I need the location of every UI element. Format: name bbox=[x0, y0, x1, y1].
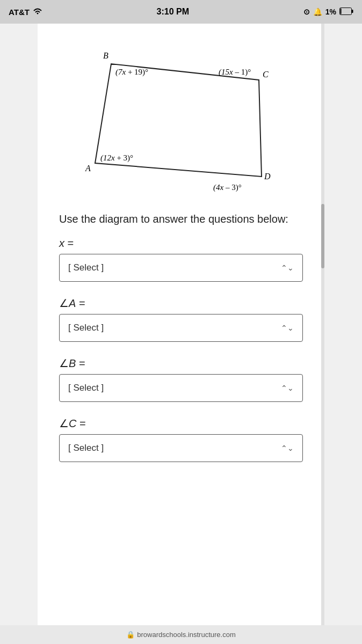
main-content: A B C D (7x + 19)° (15x – 1)° (12x + 3)°… bbox=[38, 24, 324, 625]
svg-rect-0 bbox=[340, 8, 352, 14]
angle-c-expr: (15x – 1)° bbox=[219, 68, 251, 77]
questions-section: Use the diagram to answer the questions … bbox=[54, 211, 308, 462]
status-left: AT&T bbox=[9, 8, 42, 17]
diagram-container: A B C D (7x + 19)° (15x – 1)° (12x + 3)°… bbox=[54, 34, 308, 201]
geometry-diagram: A B C D (7x + 19)° (15x – 1)° (12x + 3)°… bbox=[52, 34, 310, 201]
select-a-label: [ Select ] bbox=[68, 323, 104, 333]
scrollbar-track[interactable] bbox=[321, 24, 324, 625]
select-x-label: [ Select ] bbox=[68, 262, 104, 273]
scrollbar-thumb[interactable] bbox=[321, 204, 324, 268]
angle-d-expr: (4x – 3)° bbox=[213, 183, 242, 192]
battery-label: 1% bbox=[325, 8, 336, 16]
chevron-x-icon: ⌃⌄ bbox=[281, 264, 294, 272]
vertex-b-label: B bbox=[103, 51, 108, 60]
variable-c-label: ∠C = bbox=[59, 417, 303, 430]
chevron-a-icon: ⌃⌄ bbox=[281, 324, 294, 332]
chevron-b-icon: ⌃⌄ bbox=[281, 384, 294, 392]
angle-b-expr: (7x + 19)° bbox=[115, 68, 148, 77]
variable-x-label: x = bbox=[59, 237, 303, 250]
select-c-dropdown[interactable]: [ Select ] ⌃⌄ bbox=[59, 434, 303, 462]
question-block-angle-b: ∠B = [ Select ] ⌃⌄ bbox=[59, 357, 303, 402]
chevron-c-icon: ⌃⌄ bbox=[281, 444, 294, 452]
circle-icon: ⊙ bbox=[303, 8, 310, 16]
carrier-label: AT&T bbox=[9, 8, 30, 17]
question-block-angle-c: ∠C = [ Select ] ⌃⌄ bbox=[59, 417, 303, 462]
status-bar: AT&T 3:10 PM ⊙ 🔔 1% bbox=[0, 0, 362, 24]
notification-icon: 🔔 bbox=[313, 8, 322, 16]
vertex-d-label: D bbox=[264, 172, 271, 181]
angle-a-expr: (12x + 3)° bbox=[100, 153, 133, 163]
variable-a-label: ∠A = bbox=[59, 297, 303, 310]
wifi-icon bbox=[33, 8, 42, 17]
vertex-c-label: C bbox=[263, 70, 269, 79]
battery-icon bbox=[339, 8, 353, 17]
question-block-x: x = [ Select ] ⌃⌄ bbox=[59, 237, 303, 282]
select-b-label: [ Select ] bbox=[68, 383, 104, 393]
status-time: 3:10 PM bbox=[157, 7, 189, 17]
status-right: ⊙ 🔔 1% bbox=[303, 8, 353, 17]
variable-b-label: ∠B = bbox=[59, 357, 303, 370]
select-x-dropdown[interactable]: [ Select ] ⌃⌄ bbox=[59, 254, 303, 282]
footer-url: browardschools.instructure.com bbox=[137, 631, 236, 639]
footer-bar: 🔒 browardschools.instructure.com bbox=[0, 625, 362, 644]
question-block-angle-a: ∠A = [ Select ] ⌃⌄ bbox=[59, 297, 303, 342]
select-b-dropdown[interactable]: [ Select ] ⌃⌄ bbox=[59, 374, 303, 402]
lock-icon: 🔒 bbox=[126, 631, 135, 639]
select-c-label: [ Select ] bbox=[68, 443, 104, 453]
select-a-dropdown[interactable]: [ Select ] ⌃⌄ bbox=[59, 314, 303, 342]
svg-rect-1 bbox=[341, 8, 342, 14]
vertex-a-label: A bbox=[85, 164, 91, 173]
svg-rect-2 bbox=[352, 10, 353, 13]
question-title: Use the diagram to answer the questions … bbox=[59, 211, 303, 226]
